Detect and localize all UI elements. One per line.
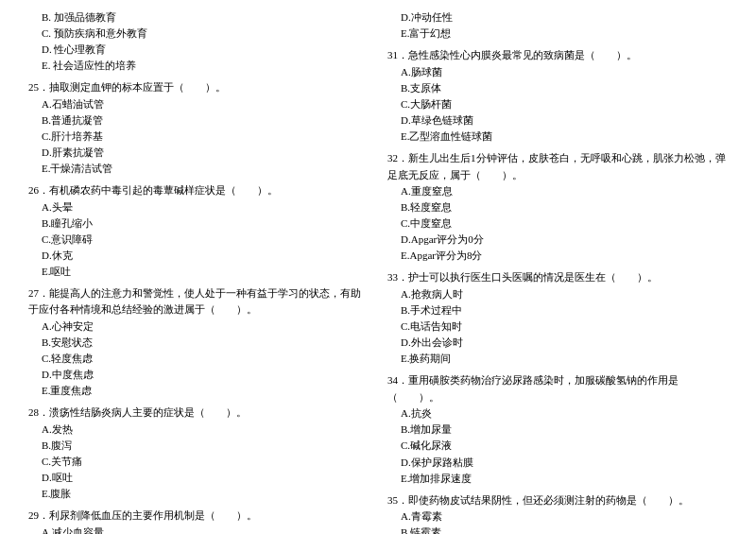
q31-opt-a: A.肠球菌 <box>387 64 728 80</box>
question-33: 33．护士可以执行医生口头医嘱的情况是医生在（ ）。 A.抢救病人时 B.手术过… <box>387 269 728 367</box>
q25-opt-a-text: 石蜡油试管 <box>52 98 104 110</box>
q28-opt-b: B.腹泻 <box>28 438 369 454</box>
q29-opt-a: A.减少血容量 <box>28 525 369 534</box>
question-32: 32．新生儿出生后1分钟评估，皮肤苍白，无呼吸和心跳，肌张力松弛，弹足底无反应，… <box>387 150 728 264</box>
q32-opt-c: C.中度窒息 <box>387 215 728 232</box>
question-34: 34．重用磺胺类药物治疗泌尿路感染时，加服碳酸氢钠的作用是（ ）。 A.抗炎 B… <box>387 372 728 486</box>
question-35-title: 35．即使药物皮试结果阴性，但还必须测注射的药物是（ ）。 <box>387 492 728 509</box>
option-label: B. <box>42 11 51 23</box>
main-columns: B. 加强品德教育 C. 预防疾病和意外教育 D. 性心理教育 E. 社会适应性… <box>28 9 728 534</box>
q29-opt-a-text: 减少血容量 <box>52 526 104 534</box>
q25-opt-b: B.普通抗凝管 <box>28 112 369 129</box>
q32-opt-d: D.Apgar评分为0分 <box>387 232 728 248</box>
page-container: B. 加强品德教育 C. 预防疾病和意外教育 D. 性心理教育 E. 社会适应性… <box>28 9 728 534</box>
q27-opt-a-text: 心神安定 <box>52 320 94 332</box>
question-31-title: 31．急性感染性心内膜炎最常见的致病菌是（ ）。 <box>387 47 728 64</box>
q34-opt-d-text: 保护尿路粘膜 <box>411 456 473 468</box>
q27-opt-a: A.心神安定 <box>28 319 369 335</box>
q32-opt-c-text: 中度窒息 <box>410 217 452 229</box>
q32-opt-e: E.Apgar评分为8分 <box>387 248 728 264</box>
q33-opt-c-text: 电话告知时 <box>410 320 462 332</box>
q25-opt-c-text: 肝汁培养基 <box>51 130 103 142</box>
q32-opt-d-text: Apgar评分为0分 <box>411 233 484 245</box>
option-text: 社会适应性的培养 <box>53 60 136 71</box>
option-b-prev: B. 加强品德教育 <box>28 9 369 26</box>
question-31: 31．急性感染性心内膜炎最常见的致病菌是（ ）。 A.肠球菌 B.支原体 C.大… <box>387 47 728 145</box>
question-29: 29．利尿剂降低血压的主要作用机制是（ ）。 A.减少血容量 B.阻断β受体 C… <box>28 508 369 534</box>
q27-opt-c-text: 轻度焦虑 <box>51 353 93 364</box>
q33-opt-e-text: 换药期间 <box>409 353 451 364</box>
question-35: 35．即使药物皮试结果阴性，但还必须测注射的药物是（ ）。 A.青霉素 B.链霉… <box>387 492 728 534</box>
q26-opt-a: A.头晕 <box>28 199 369 215</box>
q27-opt-d: D.中度焦虑 <box>28 367 369 383</box>
question-27-title: 27．能提高人的注意力和警觉性，使人处于一种有益于学习的状态，有助于应付各种情境… <box>28 285 369 319</box>
option-d-prev: D. 性心理教育 <box>28 42 369 58</box>
option-text: 加强品德教育 <box>54 11 116 23</box>
q27-opt-b-text: 安慰状态 <box>51 336 93 348</box>
right-column: D.冲动任性 E.富于幻想 31．急性感染性心内膜炎最常见的致病菌是（ ）。 A… <box>387 9 728 534</box>
q31-opt-d: D.草绿色链球菌 <box>387 112 728 129</box>
q28-opt-d: D.呕吐 <box>28 470 369 486</box>
q25-opt-d-text: 肝素抗凝管 <box>52 146 104 158</box>
q31-opt-b-text: 支原体 <box>410 82 441 94</box>
q31-opt-b: B.支原体 <box>387 80 728 96</box>
q28-opt-c: C.关节痛 <box>28 454 369 470</box>
q26-opt-c: C.意识障碍 <box>28 232 369 248</box>
option-e-prev: E. 社会适应性的培养 <box>28 58 369 74</box>
q34-opt-d: D.保护尿路粘膜 <box>387 455 728 471</box>
q27-opt-e: E.重度焦虑 <box>28 383 369 399</box>
q32-opt-e-text: Apgar评分为8分 <box>409 250 482 261</box>
question-34-title: 34．重用磺胺类药物治疗泌尿路感染时，加服碳酸氢钠的作用是（ ）。 <box>387 372 728 405</box>
option-text: 预防疾病和意外教育 <box>54 27 147 39</box>
q34-opt-e: E.增加排尿速度 <box>387 471 728 487</box>
q27-opt-c: C.轻度焦虑 <box>28 351 369 367</box>
q27-opt-d-text: 中度焦虑 <box>52 369 94 380</box>
q35-opt-b: B.链霉素 <box>387 525 728 534</box>
q33-opt-a-text: 抢救病人时 <box>411 288 463 300</box>
q26-opt-a-text: 头晕 <box>52 201 73 213</box>
q33-opt-e: E.换药期间 <box>387 351 728 367</box>
q34-opt-c-text: 碱化尿液 <box>410 439 452 451</box>
q35-opt-a-text: 青霉素 <box>411 510 442 522</box>
q26-opt-d: D.休克 <box>28 248 369 264</box>
option-label: D. <box>42 43 52 55</box>
q31-opt-a-text: 肠球菌 <box>411 66 442 78</box>
q32-opt-a-text: 重度窒息 <box>411 185 453 197</box>
q25-opt-a: A.石蜡油试管 <box>28 96 369 112</box>
question-26: 26．有机磷农药中毒引起的毒蕈碱样症状是（ ）。 A.头晕 B.瞳孔缩小 C.意… <box>28 182 369 280</box>
option-label: E. <box>42 60 50 71</box>
q26-opt-e-text: 呕吐 <box>50 266 71 277</box>
question-block-q30-cont: D.冲动任性 E.富于幻想 <box>387 9 728 42</box>
q32-opt-b-text: 轻度窒息 <box>410 201 452 213</box>
q25-opt-e-text: 干燥清洁试管 <box>50 163 112 174</box>
question-28-title: 28．溃疡性结肠炎病人主要的症状是（ ）。 <box>28 405 369 422</box>
q25-opt-e: E.干燥清洁试管 <box>28 161 369 177</box>
q35-opt-b-text: 链霉素 <box>410 526 441 534</box>
q32-opt-b: B.轻度窒息 <box>387 199 728 215</box>
q26-opt-c-text: 意识障碍 <box>51 233 93 245</box>
q25-opt-b-text: 普通抗凝管 <box>51 114 103 126</box>
option-text: 性心理教育 <box>54 43 106 55</box>
q33-opt-b-text: 手术过程中 <box>410 304 462 316</box>
q31-opt-e: E.乙型溶血性链球菌 <box>387 129 728 145</box>
q33-opt-c: C.电话告知时 <box>387 319 728 335</box>
q28-opt-b-text: 腹泻 <box>51 439 72 451</box>
q30-opt-e-text: 富于幻想 <box>409 27 451 39</box>
q32-opt-a: A.重度窒息 <box>387 183 728 199</box>
q34-opt-a-text: 抗炎 <box>411 407 432 419</box>
q31-opt-e-text: 乙型溶血性链球菌 <box>409 130 492 142</box>
question-26-title: 26．有机磷农药中毒引起的毒蕈碱样症状是（ ）。 <box>28 182 369 199</box>
q28-opt-d-text: 呕吐 <box>52 472 73 483</box>
q30-opt-d-text: 冲动任性 <box>411 11 453 23</box>
q31-opt-c-text: 大肠杆菌 <box>410 98 452 110</box>
q34-opt-e-text: 增加排尿速度 <box>409 473 472 484</box>
question-25: 25．抽取测定血钾的标本应置于（ ）。 A.石蜡油试管 B.普通抗凝管 C.肝汁… <box>28 79 369 177</box>
question-28: 28．溃疡性结肠炎病人主要的症状是（ ）。 A.发热 B.腹泻 C.关节痛 D.… <box>28 405 369 502</box>
q25-opt-d: D.肝素抗凝管 <box>28 145 369 161</box>
q27-opt-e-text: 重度焦虑 <box>50 385 92 396</box>
option-c-prev: C. 预防疾病和意外教育 <box>28 26 369 42</box>
q26-opt-b-text: 瞳孔缩小 <box>51 217 93 229</box>
q33-opt-a: A.抢救病人时 <box>387 286 728 302</box>
q34-opt-b-text: 增加尿量 <box>410 423 452 435</box>
q27-opt-b: B.安慰状态 <box>28 335 369 351</box>
